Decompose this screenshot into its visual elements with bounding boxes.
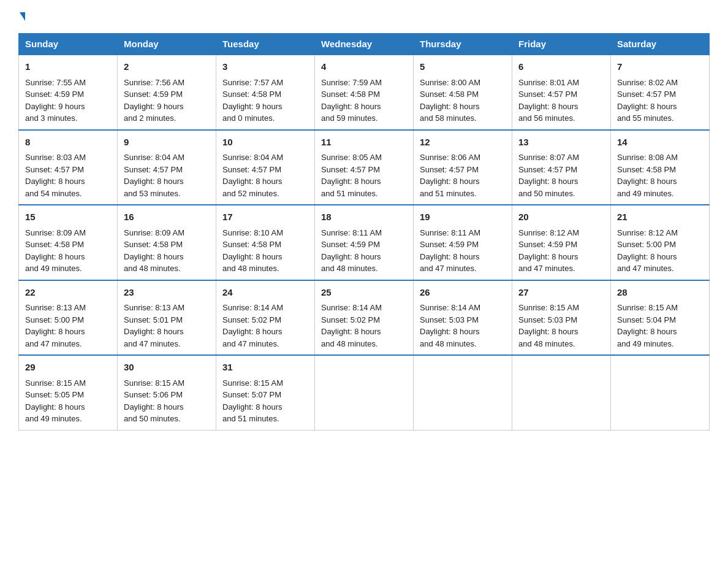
day-number: 18 [321,210,407,224]
calendar-cell [611,355,710,430]
day-number: 5 [420,60,506,74]
day-info: Sunrise: 8:12 AMSunset: 5:00 PMDaylight:… [617,228,678,274]
logo [18,12,25,21]
week-row-4: 22Sunrise: 8:13 AMSunset: 5:00 PMDayligh… [19,280,710,356]
calendar-cell: 15Sunrise: 8:09 AMSunset: 4:58 PMDayligh… [19,205,118,280]
day-number: 12 [420,136,506,150]
day-number: 2 [124,60,210,74]
day-info: Sunrise: 8:12 AMSunset: 4:59 PMDaylight:… [518,228,579,274]
calendar-cell [315,355,414,430]
calendar-cell: 16Sunrise: 8:09 AMSunset: 4:58 PMDayligh… [118,205,216,280]
week-row-3: 15Sunrise: 8:09 AMSunset: 4:58 PMDayligh… [19,205,710,280]
calendar-cell: 26Sunrise: 8:14 AMSunset: 5:03 PMDayligh… [414,280,512,356]
calendar-cell: 25Sunrise: 8:14 AMSunset: 5:02 PMDayligh… [315,280,414,356]
day-info: Sunrise: 8:15 AMSunset: 5:05 PMDaylight:… [25,378,86,424]
calendar-cell: 18Sunrise: 8:11 AMSunset: 4:59 PMDayligh… [315,205,414,280]
day-number: 13 [518,136,604,150]
calendar-cell: 9Sunrise: 8:04 AMSunset: 4:57 PMDaylight… [118,130,216,205]
day-info: Sunrise: 8:14 AMSunset: 5:02 PMDaylight:… [321,303,382,348]
day-info: Sunrise: 8:08 AMSunset: 4:58 PMDaylight:… [617,153,678,198]
day-info: Sunrise: 8:04 AMSunset: 4:57 PMDaylight:… [124,153,184,198]
day-header-wednesday: Wednesday [315,34,414,55]
day-number: 9 [124,136,210,150]
day-number: 31 [222,361,308,375]
day-number: 17 [222,210,308,224]
day-info: Sunrise: 8:03 AMSunset: 4:57 PMDaylight:… [25,153,86,198]
day-number: 29 [25,361,111,375]
day-number: 20 [518,210,604,224]
day-info: Sunrise: 8:15 AMSunset: 5:04 PMDaylight:… [617,303,678,348]
calendar-cell [414,355,512,430]
week-row-2: 8Sunrise: 8:03 AMSunset: 4:57 PMDaylight… [19,130,710,205]
calendar-cell: 22Sunrise: 8:13 AMSunset: 5:00 PMDayligh… [19,280,118,356]
day-header-monday: Monday [118,34,216,55]
day-info: Sunrise: 8:10 AMSunset: 4:58 PMDaylight:… [222,228,283,274]
page-header [18,12,710,21]
calendar-cell: 19Sunrise: 8:11 AMSunset: 4:59 PMDayligh… [414,205,512,280]
day-header-sunday: Sunday [19,34,118,55]
day-number: 1 [25,60,111,74]
calendar-cell: 5Sunrise: 8:00 AMSunset: 4:58 PMDaylight… [414,55,512,130]
day-info: Sunrise: 8:09 AMSunset: 4:58 PMDaylight:… [124,228,184,274]
day-number: 16 [124,210,210,224]
day-info: Sunrise: 7:59 AMSunset: 4:58 PMDaylight:… [321,78,382,123]
day-number: 26 [420,286,506,300]
calendar-cell: 23Sunrise: 8:13 AMSunset: 5:01 PMDayligh… [118,280,216,356]
calendar-cell: 12Sunrise: 8:06 AMSunset: 4:57 PMDayligh… [414,130,512,205]
days-header-row: SundayMondayTuesdayWednesdayThursdayFrid… [19,34,710,55]
week-row-1: 1Sunrise: 7:55 AMSunset: 4:59 PMDaylight… [19,55,710,130]
day-header-saturday: Saturday [611,34,710,55]
calendar-cell: 20Sunrise: 8:12 AMSunset: 4:59 PMDayligh… [512,205,611,280]
calendar-cell: 1Sunrise: 7:55 AMSunset: 4:59 PMDaylight… [19,55,118,130]
day-number: 15 [25,210,111,224]
calendar-cell: 30Sunrise: 8:15 AMSunset: 5:06 PMDayligh… [118,355,216,430]
day-info: Sunrise: 8:07 AMSunset: 4:57 PMDaylight:… [518,153,579,198]
day-number: 11 [321,136,407,150]
day-info: Sunrise: 8:02 AMSunset: 4:57 PMDaylight:… [617,78,678,123]
day-number: 30 [124,361,210,375]
logo-triangle-icon [20,12,25,21]
calendar-cell: 10Sunrise: 8:04 AMSunset: 4:57 PMDayligh… [216,130,315,205]
day-number: 14 [617,136,703,150]
calendar-table: SundayMondayTuesdayWednesdayThursdayFrid… [18,33,710,431]
day-info: Sunrise: 8:15 AMSunset: 5:07 PMDaylight:… [222,378,283,424]
day-info: Sunrise: 7:55 AMSunset: 4:59 PMDaylight:… [25,78,86,123]
day-info: Sunrise: 8:13 AMSunset: 5:01 PMDaylight:… [124,303,184,348]
day-info: Sunrise: 8:06 AMSunset: 4:57 PMDaylight:… [420,153,480,198]
day-number: 4 [321,60,407,74]
calendar-cell: 31Sunrise: 8:15 AMSunset: 5:07 PMDayligh… [216,355,315,430]
day-number: 22 [25,286,111,300]
day-number: 25 [321,286,407,300]
calendar-cell: 6Sunrise: 8:01 AMSunset: 4:57 PMDaylight… [512,55,611,130]
day-info: Sunrise: 8:04 AMSunset: 4:57 PMDaylight:… [222,153,283,198]
calendar-cell: 4Sunrise: 7:59 AMSunset: 4:58 PMDaylight… [315,55,414,130]
day-info: Sunrise: 7:56 AMSunset: 4:59 PMDaylight:… [124,78,184,123]
day-number: 10 [222,136,308,150]
day-info: Sunrise: 8:09 AMSunset: 4:58 PMDaylight:… [25,228,86,274]
calendar-cell: 13Sunrise: 8:07 AMSunset: 4:57 PMDayligh… [512,130,611,205]
calendar-cell [512,355,611,430]
day-info: Sunrise: 8:14 AMSunset: 5:03 PMDaylight:… [420,303,480,348]
calendar-cell: 14Sunrise: 8:08 AMSunset: 4:58 PMDayligh… [611,130,710,205]
calendar-cell: 21Sunrise: 8:12 AMSunset: 5:00 PMDayligh… [611,205,710,280]
calendar-cell: 17Sunrise: 8:10 AMSunset: 4:58 PMDayligh… [216,205,315,280]
calendar-cell: 24Sunrise: 8:14 AMSunset: 5:02 PMDayligh… [216,280,315,356]
day-info: Sunrise: 8:11 AMSunset: 4:59 PMDaylight:… [420,228,480,274]
calendar-cell: 2Sunrise: 7:56 AMSunset: 4:59 PMDaylight… [118,55,216,130]
day-info: Sunrise: 8:00 AMSunset: 4:58 PMDaylight:… [420,78,480,123]
calendar-cell: 8Sunrise: 8:03 AMSunset: 4:57 PMDaylight… [19,130,118,205]
day-info: Sunrise: 7:57 AMSunset: 4:58 PMDaylight:… [222,78,283,123]
day-number: 8 [25,136,111,150]
day-header-tuesday: Tuesday [216,34,315,55]
day-header-thursday: Thursday [414,34,512,55]
day-number: 28 [617,286,703,300]
calendar-cell: 3Sunrise: 7:57 AMSunset: 4:58 PMDaylight… [216,55,315,130]
calendar-cell: 27Sunrise: 8:15 AMSunset: 5:03 PMDayligh… [512,280,611,356]
calendar-cell: 28Sunrise: 8:15 AMSunset: 5:04 PMDayligh… [611,280,710,356]
day-number: 21 [617,210,703,224]
day-info: Sunrise: 8:01 AMSunset: 4:57 PMDaylight:… [518,78,579,123]
day-number: 19 [420,210,506,224]
day-number: 7 [617,60,703,74]
calendar-cell: 7Sunrise: 8:02 AMSunset: 4:57 PMDaylight… [611,55,710,130]
day-info: Sunrise: 8:05 AMSunset: 4:57 PMDaylight:… [321,153,382,198]
